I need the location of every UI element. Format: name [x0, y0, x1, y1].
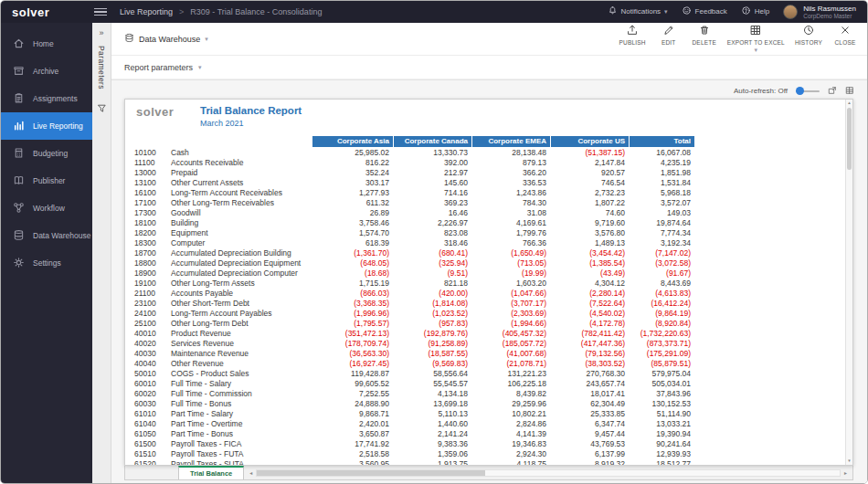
cell-value: (18,587.55) — [393, 349, 471, 358]
feedback-button[interactable]: Feedback — [682, 5, 727, 17]
cell-value: (1,023.52) — [393, 309, 471, 318]
sidebar-item-live-reporting[interactable]: Live Reporting — [1, 112, 92, 140]
grid-view-icon[interactable] — [845, 86, 854, 97]
cell-value: (9,569.83) — [393, 359, 471, 368]
cell-value: (1,361.70) — [312, 248, 393, 258]
history-button[interactable]: HISTORY — [795, 24, 822, 46]
cell-value: 3,560.95 — [312, 459, 393, 467]
scroll-up-icon[interactable]: ▲ — [846, 100, 852, 106]
sidebar-item-label: Settings — [33, 258, 61, 268]
menu-icon[interactable] — [94, 6, 107, 18]
cell-value: 55,545.57 — [393, 379, 471, 388]
report-header: solver Trial Balance Report March 2021 — [125, 105, 852, 136]
table-row: 61040 Part Time - Overtime 2,420.01 1,44… — [125, 418, 852, 428]
cell-value: (4,540.02) — [550, 309, 629, 318]
cell-value: (7,522.64) — [550, 299, 629, 308]
cell-value: 2,824.86 — [471, 419, 550, 428]
avatar — [783, 5, 798, 19]
help-label: Help — [755, 7, 769, 16]
cell-value: (866.03) — [312, 289, 393, 298]
data-source-dropdown[interactable]: Data Warehouse ▾ — [124, 33, 208, 45]
cell-value: 25,985.02 — [312, 148, 393, 157]
cell-value: 1,603.20 — [471, 279, 550, 288]
cell-value: 1,489.13 — [550, 238, 629, 247]
cell-value: 18,512.77 — [629, 459, 694, 467]
sidebar-item-label: Live Reporting — [33, 121, 83, 131]
scroll-down-icon[interactable]: ▼ — [846, 458, 852, 464]
cell-value: 119,428.87 — [312, 369, 393, 378]
cell-value: 212.97 — [393, 168, 471, 177]
popout-icon[interactable] — [828, 86, 837, 97]
auto-refresh-toggle[interactable] — [796, 87, 820, 95]
cell-value: 62,304.49 — [550, 399, 629, 408]
cell-value: (43.49) — [550, 268, 629, 278]
table-row: 61010 Part Time - Salary 9,868.71 5,110.… — [125, 408, 852, 418]
cell-value: 19,390.94 — [629, 429, 694, 438]
cell-value: 9,457.44 — [550, 429, 629, 438]
cell-code: 18200 — [134, 228, 171, 237]
cell-value: 29,259.96 — [471, 399, 550, 408]
sidebar-item-assignments[interactable]: Assignments — [1, 85, 92, 112]
cell-value: 352.24 — [312, 168, 393, 177]
delete-button[interactable]: DELETE — [692, 24, 717, 46]
close-icon — [839, 24, 852, 37]
cell-code: 61010 — [134, 409, 171, 418]
sheet-tab-trial-balance[interactable]: Trial Balance — [178, 466, 244, 479]
sidebar-item-settings[interactable]: Settings — [1, 249, 92, 277]
report-title: Trial Balance Report — [200, 105, 302, 116]
export-to-excel-button[interactable]: EXPORT TO EXCEL ▾ — [727, 24, 785, 54]
horizontal-scroll-thumb[interactable] — [257, 470, 485, 476]
cell-name: Part Time - Overtime — [171, 419, 312, 428]
cell-value: 10,802.21 — [471, 409, 550, 418]
cell-value: 4,118.75 — [471, 459, 550, 467]
vertical-scrollbar[interactable]: ▲ ▼ — [845, 100, 852, 465]
cell-code: 40020 — [134, 339, 171, 348]
cell-value: (175,291.09) — [629, 349, 694, 358]
cell-value: 3,576.80 — [550, 228, 629, 237]
sidebar-item-home[interactable]: Home — [1, 30, 92, 58]
table-row: 13100 Other Current Assets 303.17 145.60… — [125, 177, 852, 187]
cell-value: 28,138.48 — [471, 148, 550, 157]
close-button[interactable]: CLOSE — [832, 24, 858, 46]
user-menu[interactable]: Nils Rasmussen CorpDemo Master — [783, 5, 856, 19]
table-row: 18200 Equipment 1,574.70 823.08 1,799.76… — [125, 227, 852, 237]
cell-value: (9.51) — [393, 268, 471, 278]
vertical-scroll-thumb[interactable] — [847, 108, 852, 170]
report-logo: solver — [136, 105, 189, 119]
table-row: 16100 Long-Term Account Receivables 1,27… — [125, 187, 852, 197]
table-row: 18700 Accumulated Depreciation Building … — [125, 247, 852, 258]
sidebar-item-archive[interactable]: Archive — [1, 58, 92, 85]
horizontal-scroll-track[interactable] — [256, 469, 841, 477]
scroll-left-icon[interactable]: ◄ — [249, 470, 253, 476]
breadcrumb-section[interactable]: Live Reporting — [120, 7, 173, 16]
help-button[interactable]: Help — [741, 5, 769, 17]
notifications-button[interactable]: Notifications ▾ — [608, 5, 668, 17]
cell-name: Long-Term Account Payables — [171, 309, 312, 318]
cell-value: 1,359.06 — [393, 449, 471, 458]
cell-value: 2,420.01 — [312, 419, 393, 428]
edit-button[interactable]: EDIT — [656, 24, 682, 46]
cell-name: Payroll Taxes - FICA — [171, 439, 312, 448]
cell-name: Prepaid — [171, 168, 312, 177]
sidebar-item-publisher[interactable]: Publisher — [1, 167, 92, 195]
publish-button[interactable]: PUBLISH — [619, 24, 646, 46]
cell-value: 243,657.74 — [550, 379, 629, 388]
column-header: Total — [629, 136, 694, 147]
report-parameters-toggle[interactable]: Report parameters ▾ — [111, 56, 867, 79]
cell-value: 58,556.64 — [393, 369, 471, 378]
sidebar-item-label: Assignments — [33, 94, 78, 103]
cell-value: 3,650.87 — [312, 429, 393, 438]
horizontal-scrollbar[interactable]: ◄ ► — [244, 466, 852, 479]
sidebar-item-workflow[interactable]: Workflow — [1, 195, 92, 222]
sidebar-item-data-warehouse[interactable]: Data Warehouse — [1, 222, 92, 249]
calculator-icon — [13, 147, 25, 161]
scroll-right-icon[interactable]: ► — [843, 470, 848, 476]
user-role: CorpDemo Master — [803, 13, 856, 19]
table-row: 40030 Maintenance Revenue (36,563.30) (1… — [125, 348, 852, 358]
cell-name: Computer — [171, 238, 312, 247]
expand-panel-icon[interactable]: » — [99, 29, 103, 37]
sidebar-item-budgeting[interactable]: Budgeting — [1, 140, 92, 167]
filter-funnel-icon[interactable] — [97, 100, 107, 117]
cell-value: 1,807.22 — [550, 198, 629, 207]
cell-name: Services Revenue — [171, 339, 312, 348]
